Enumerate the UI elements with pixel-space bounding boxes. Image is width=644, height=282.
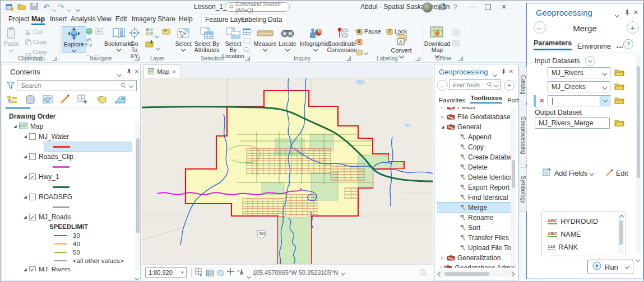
ribbon-tab-help[interactable]: Help	[179, 14, 193, 25]
field-row[interactable]: 123RANK	[548, 241, 625, 253]
contents-pin-icon[interactable]	[127, 68, 132, 76]
add-data-icon[interactable]	[145, 40, 154, 50]
tool-rename[interactable]: Rename	[437, 213, 511, 223]
tool-create-database-v[interactable]: Create Database V	[437, 152, 511, 162]
tool-transfer-files[interactable]: Transfer Files	[437, 233, 511, 243]
tool-delete[interactable]: Delete	[437, 162, 511, 172]
legend-row[interactable]: 50	[2, 248, 135, 256]
layer-symbol-row[interactable]	[44, 182, 132, 192]
legend-row[interactable]: 30	[2, 231, 135, 239]
add-fields-button[interactable]: Add Fields	[554, 170, 587, 177]
undo-icon[interactable]: ↶	[42, 3, 50, 11]
ribbon-tab-share[interactable]: Share	[157, 14, 175, 25]
contents-close-icon[interactable]: ×	[135, 67, 139, 76]
merge-close-icon[interactable]: ×	[633, 7, 638, 17]
contents-search-input[interactable]: Search	[17, 80, 137, 91]
explore-button[interactable]: Explore	[62, 26, 86, 53]
save-icon[interactable]	[30, 3, 38, 11]
merge-vscrollbar[interactable]	[636, 55, 641, 252]
tool-find-identical[interactable]: Find Identical	[437, 192, 511, 203]
expand-icon[interactable]: ◢	[440, 125, 446, 129]
toolset-fields[interactable]: ▷Fields	[437, 107, 511, 112]
zoom-to-selection-icon[interactable]	[243, 45, 251, 55]
inquiry-launcher-icon[interactable]	[346, 56, 351, 61]
layer-checkbox[interactable]: ✓	[29, 173, 36, 180]
run-dropdown-icon[interactable]	[624, 265, 629, 269]
minimize-button[interactable]: —	[469, 3, 476, 11]
layer-checkbox[interactable]: ✓	[29, 266, 36, 271]
convert-labels-button[interactable]: A Convert	[387, 33, 415, 58]
merge-menu-icon[interactable]	[615, 13, 619, 17]
expand-icon[interactable]: ◢	[22, 267, 28, 271]
expand-icon[interactable]: ▷	[440, 115, 446, 119]
offline-launcher-icon[interactable]	[458, 56, 463, 61]
select-by-attributes-button[interactable]: Select By Attributes	[194, 26, 220, 53]
list-by-editing-icon[interactable]	[60, 95, 70, 107]
navigate-launcher-icon[interactable]	[135, 56, 140, 61]
notifications-icon[interactable]	[438, 3, 446, 13]
avatar[interactable]	[422, 2, 433, 13]
gp-pin-icon[interactable]	[501, 68, 506, 76]
open-tool-new-icon[interactable]: +	[627, 21, 639, 34]
selection-launcher-icon[interactable]	[245, 56, 250, 61]
merge-tab-environme[interactable]: Environme	[577, 43, 611, 50]
layer-row[interactable]: ◢MJ_Water	[2, 131, 135, 142]
fixed-zoom-icons[interactable]: ⇲⇱⇱⇲	[85, 37, 91, 48]
input-dataset-select[interactable]: |	[548, 95, 610, 106]
layer-row[interactable]: ◢Map	[2, 121, 135, 131]
command-search-input[interactable]: Command Search (Alt+Q)	[225, 2, 290, 12]
ribbon-tab-project[interactable]: Project	[8, 14, 29, 25]
expand-icon[interactable]: ◢	[22, 215, 28, 219]
basemap-icon[interactable]	[145, 27, 154, 38]
gp-tab-favorites[interactable]: Favorites	[439, 97, 465, 104]
layer-row[interactable]: ◢ROADSEG	[2, 192, 135, 202]
tool-export-report-to-p[interactable]: Export Report To P	[437, 182, 511, 192]
toolset-geodatabase-admini[interactable]: ▷Geodatabase Admini	[437, 263, 511, 268]
customize-quick-access-icon[interactable]	[73, 5, 82, 13]
layer-row[interactable]: ◢Roads_Clip	[2, 152, 135, 162]
input-dropdown-icon[interactable]	[603, 69, 606, 77]
basemap-dropdown-icon[interactable]	[155, 34, 159, 38]
input-datasets-collapse-icon[interactable]	[585, 56, 595, 66]
gp-tab-port[interactable]: Port	[507, 97, 519, 104]
layer-row[interactable]: ◢✓MJ_Roads	[2, 212, 135, 222]
attribute-table-icon[interactable]	[243, 27, 251, 37]
redo-icon[interactable]: ↷	[57, 3, 65, 11]
layer-row[interactable]: ◢✓Hwy_1	[2, 172, 135, 182]
copy-button[interactable]: Copy	[25, 39, 47, 45]
paste-button[interactable]: Paste	[4, 26, 19, 51]
layer-checkbox[interactable]	[29, 153, 36, 160]
output-browse-folder-icon[interactable]	[614, 119, 624, 129]
sync-map-icon[interactable]	[452, 28, 460, 38]
layer-symbol-row[interactable]	[44, 202, 132, 212]
legend-row[interactable]: 40	[2, 239, 135, 248]
close-map-tab-icon[interactable]: ×	[173, 68, 176, 75]
merge-scroll-down-icon[interactable]	[636, 257, 640, 262]
input-dataset-select[interactable]: MJ_Rivers	[548, 67, 610, 78]
locate-coordinate-icon[interactable]	[419, 269, 428, 279]
docked-tab-catalog[interactable]: Catalog	[520, 67, 527, 102]
edit-button[interactable]: Edit	[616, 170, 628, 177]
coordinates-readout[interactable]: 105.4570965°W 50.3523105°N	[226, 269, 372, 276]
output-dataset-input[interactable]: MJ_Rivers_Merge	[535, 118, 610, 129]
layer-row[interactable]: ◢✓MJ_Rivers	[2, 265, 135, 271]
find-tools-input[interactable]: Find Tools	[450, 79, 501, 90]
expand-icon[interactable]: ◢	[12, 124, 18, 129]
close-window-button[interactable]: ×	[502, 2, 506, 11]
locate-button[interactable]: Locate	[277, 26, 298, 51]
map-scale-select[interactable]: 1:80,920 ▾	[145, 267, 187, 278]
create-bookmark-icon[interactable]	[195, 268, 203, 279]
ribbon-tab-imagery[interactable]: Imagery	[132, 14, 156, 25]
tool-copy[interactable]: Copy	[437, 142, 511, 152]
full-extent-icon[interactable]	[85, 27, 93, 37]
list-by-charts-icon[interactable]	[114, 95, 126, 107]
ribbon-tab-analysis[interactable]: Analysis	[71, 14, 96, 25]
legend-row[interactable]: <all other values>	[2, 256, 135, 265]
maximize-button[interactable]	[485, 4, 491, 10]
layer-symbol-row[interactable]	[44, 142, 132, 152]
merge-tab-parameters[interactable]: Parameters	[534, 39, 572, 50]
redo-dropdown-icon[interactable]	[64, 5, 73, 13]
merge-tab-overflow-icon[interactable]: •••	[617, 44, 623, 50]
browse-folder-icon[interactable]	[614, 96, 624, 106]
ribbon-tab-view[interactable]: View	[97, 14, 112, 25]
